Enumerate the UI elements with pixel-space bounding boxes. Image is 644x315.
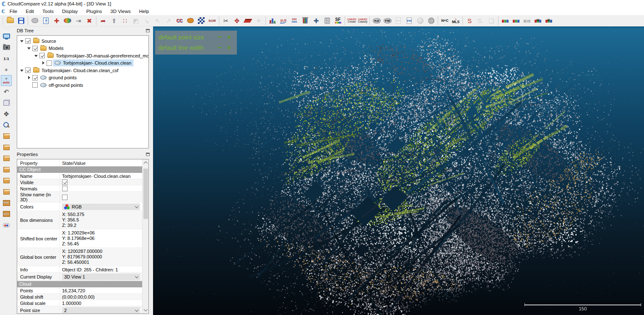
tree-row[interactable]: ground points <box>17 74 148 82</box>
histogram-button[interactable] <box>267 16 278 26</box>
menu-file[interactable]: File <box>6 8 21 15</box>
zoom-1-1-button[interactable]: 1:1 <box>1 53 11 63</box>
merge-button[interactable]: ✚ <box>51 16 62 26</box>
visibility-checkbox[interactable] <box>32 46 38 51</box>
stereo-mode-button[interactable] <box>1 220 11 230</box>
expand-open-icon[interactable] <box>27 46 31 50</box>
show-name-in-3d--checkbox[interactable] <box>62 195 68 200</box>
sf-color-scale-button[interactable]: SF <box>332 16 343 26</box>
rgb-filter-button[interactable] <box>500 16 511 26</box>
cross-section-button[interactable] <box>242 16 253 26</box>
tree-row[interactable]: Torbjornskjaer-3D-manual-georeferenced_m… <box>17 52 148 60</box>
rotate-camera-button[interactable]: ↶ <box>1 87 11 97</box>
polyline-tracing-button[interactable]: S <box>464 16 475 26</box>
normals-checkbox[interactable] <box>62 186 68 191</box>
visible-checkbox[interactable] <box>62 180 68 185</box>
canupo-classify-button[interactable]: CANUPOClassify <box>357 16 368 26</box>
exclusive-fullscreen-button[interactable] <box>1 31 11 41</box>
align-point-pairs-button[interactable]: ➦ <box>98 16 109 26</box>
checker-plugin-button[interactable] <box>196 16 207 26</box>
properties-scrollbar[interactable] <box>142 159 148 313</box>
rgb-filter-2-button[interactable] <box>511 16 522 26</box>
float-db-tree-button[interactable] <box>146 29 150 32</box>
translate-rotate-button[interactable]: ✥ <box>231 16 242 26</box>
decrease-point-size-button[interactable]: − <box>215 34 224 41</box>
cloud-cloud-distance-button[interactable]: ∷ <box>119 16 130 26</box>
delete-scalar-field-button[interactable] <box>300 16 311 26</box>
hsv-filter-button[interactable]: H <box>532 16 543 26</box>
colors-dropdown[interactable]: RGB <box>62 203 140 210</box>
scroll-up-icon[interactable] <box>144 161 148 166</box>
sor-filter-button[interactable]: SOR <box>207 16 218 26</box>
expand-closed-icon[interactable] <box>27 75 31 80</box>
csf-filter-button[interactable] <box>185 16 196 26</box>
visibility-checkbox[interactable] <box>32 75 38 81</box>
menu-tools[interactable]: Tools <box>39 8 57 15</box>
view-front-button[interactable]: FRONT <box>1 198 11 208</box>
fm-button[interactable]: FM <box>382 16 393 26</box>
visibility-checkbox[interactable] <box>39 53 45 58</box>
zoom-tool-button[interactable] <box>1 120 11 130</box>
pick-rotation-center-button[interactable]: + <box>1 65 11 75</box>
statistics-button[interactable]: μ,σ <box>278 16 289 26</box>
tree-row[interactable]: Models <box>17 45 148 52</box>
float-properties-button[interactable] <box>146 153 150 156</box>
view-right-button[interactable] <box>1 164 11 174</box>
delete-button[interactable]: ✖ <box>84 16 95 26</box>
expand-closed-icon[interactable] <box>41 61 45 65</box>
current-display-dropdown[interactable]: 3D View 1 <box>62 273 140 280</box>
visibility-checkbox[interactable] <box>25 38 31 44</box>
decrease-line-width-button[interactable]: − <box>215 44 224 51</box>
mdi-child-icon[interactable]: ℂ <box>2 9 5 14</box>
add-constant-sf-button[interactable]: ✚ <box>311 16 322 26</box>
kmeans-filter-button[interactable]: K <box>543 16 554 26</box>
fine-registration-button[interactable]: ⬆ <box>109 16 119 26</box>
ew-file-button[interactable]: EW <box>404 16 415 26</box>
scroll-thumb[interactable] <box>143 169 148 219</box>
normals-curvature-button[interactable]: N+C <box>439 16 450 26</box>
apply-transformation-button[interactable]: ⇥ <box>73 16 84 26</box>
menu-plugins[interactable]: Plugins <box>83 8 106 15</box>
view-top-button[interactable] <box>1 131 11 141</box>
tree-row[interactable]: Torbjornskjaer- Cloud.clean.clean <box>17 60 148 67</box>
sf-arithmetic-button[interactable] <box>322 16 332 26</box>
scalar-fields-list-button[interactable] <box>40 16 51 26</box>
bbox-display-button[interactable] <box>1 98 11 108</box>
filter-by-value-button[interactable]: minmax <box>289 16 300 26</box>
pan-view-button[interactable]: ✥ <box>1 109 11 119</box>
tree-row[interactable]: Torbjornskjaer- Cloud.clean.clean_csf <box>17 67 148 74</box>
save-button[interactable] <box>16 16 26 26</box>
point-cloud-render[interactable] <box>153 28 644 315</box>
mls-smoothing-button[interactable]: ∿MLS <box>450 16 461 26</box>
increase-point-size-button[interactable]: + <box>224 34 234 41</box>
point-size-dropdown[interactable]: 2 <box>62 307 140 314</box>
clone-button[interactable] <box>29 16 40 26</box>
open-button[interactable] <box>5 16 16 26</box>
segment-scissors-button[interactable]: ✂ <box>221 16 231 26</box>
auto-pick-rotation-center-button[interactable]: +auto <box>1 75 11 86</box>
menu-3d-views[interactable]: 3D Views <box>106 8 134 15</box>
scroll-down-icon[interactable] <box>144 307 148 312</box>
visibility-checkbox[interactable] <box>32 82 38 88</box>
view-left-button[interactable] <box>1 154 11 164</box>
subsample-button[interactable] <box>62 16 73 26</box>
expand-open-icon[interactable] <box>20 39 24 43</box>
cc-color-scales-button[interactable]: CC <box>174 16 185 26</box>
menu-help[interactable]: Help <box>135 8 153 15</box>
visibility-checkbox[interactable] <box>47 60 52 66</box>
expand-open-icon[interactable] <box>20 68 24 73</box>
menu-edit[interactable]: Edit <box>22 8 38 15</box>
tree-row[interactable]: off-ground points <box>17 81 148 89</box>
canupo-create-button[interactable]: CANUPOCreate <box>346 16 357 26</box>
globe-tool-button[interactable] <box>426 16 436 26</box>
view-iso-1-button[interactable] <box>1 176 11 186</box>
expand-open-icon[interactable] <box>34 54 38 58</box>
visibility-checkbox[interactable] <box>25 68 31 73</box>
view-back-button[interactable]: BACK <box>1 209 11 219</box>
increase-line-width-button[interactable]: + <box>224 44 234 51</box>
kd-tree-button[interactable]: Kd <box>371 16 382 26</box>
tree-row[interactable]: Source <box>17 37 148 45</box>
screenshot-button[interactable] <box>1 42 11 52</box>
view-bottom-button[interactable] <box>1 142 11 152</box>
menu-display[interactable]: Display <box>58 8 82 15</box>
